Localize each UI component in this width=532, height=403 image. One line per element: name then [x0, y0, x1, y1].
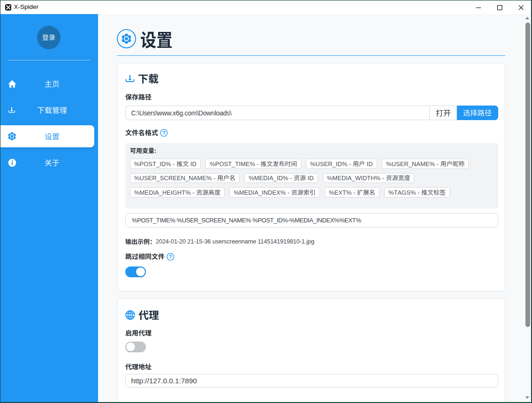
- svg-text:?: ?: [162, 130, 166, 136]
- svg-text:?: ?: [169, 254, 172, 259]
